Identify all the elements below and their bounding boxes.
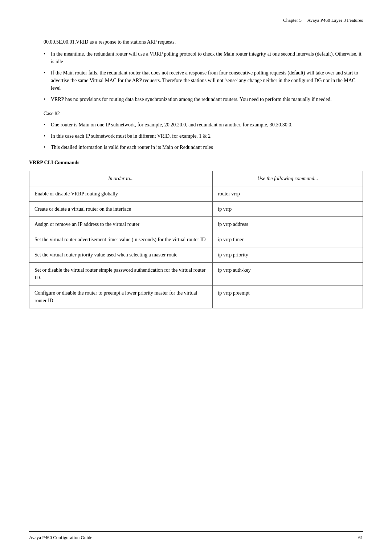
section-heading: VRRP CLI Commands <box>29 160 363 166</box>
table-row-6-command: ip vrrp preempt <box>213 285 363 308</box>
chapter-label: Chapter 5 <box>283 17 302 23</box>
case2-bullet-3: This detailed information is valid for e… <box>44 143 363 151</box>
intro-bullet-2: If the Main router fails, the redundant … <box>44 69 363 92</box>
table-row-5-description: Set or disable the virtual router simple… <box>29 263 213 285</box>
table-row-2-description: Assign or remove an IP address to the vi… <box>29 217 213 232</box>
case2-bullet-1: One router is Main on one IP subnetwork,… <box>44 121 363 129</box>
table-header-row: In order to... Use the following command… <box>29 171 363 186</box>
table-row-3-command: ip vrrp timer <box>213 232 363 247</box>
table-row: Set the virtual router priority value us… <box>29 247 363 263</box>
table-row-5-command: ip vrrp auth-key <box>213 263 363 285</box>
header-chapter-title: Chapter 5 Avaya P460 Layer 3 Features <box>283 17 363 23</box>
page: Chapter 5 Avaya P460 Layer 3 Features 00… <box>0 0 392 555</box>
case2-bullet-list: One router is Main on one IP subnetwork,… <box>29 121 363 151</box>
chapter-title: Avaya P460 Layer 3 Features <box>307 17 363 23</box>
table-row-1-command: ip vrrp <box>213 202 363 217</box>
table-row-1-description: Create or delete a virtual router on the… <box>29 202 213 217</box>
table-row: Set or disable the virtual router simple… <box>29 263 363 285</box>
table-row-3-description: Set the virtual router advertisement tim… <box>29 232 213 247</box>
cli-commands-table: In order to... Use the following command… <box>29 171 363 308</box>
col2-header: Use the following command... <box>213 171 363 186</box>
case2-label: Case #2 <box>44 110 363 117</box>
table-row: Assign or remove an IP address to the vi… <box>29 217 363 232</box>
intro-first-line: 00.00.5E.00.01.VRID as a response to the… <box>29 38 363 46</box>
footer-right: 61 <box>358 535 363 540</box>
table-row-2-command: ip vrrp address <box>213 217 363 232</box>
intro-bullet-3: VRRP has no provisions for routing data … <box>44 96 363 103</box>
page-header: Chapter 5 Avaya P460 Layer 3 Features <box>0 0 392 27</box>
case2-bullet-2: In this case each IP subnetwork must be … <box>44 132 363 140</box>
table-row: Create or delete a virtual router on the… <box>29 202 363 217</box>
intro-bullet-1: In the meantime, the redundant router wi… <box>44 50 363 65</box>
table-row: Set the virtual router advertisement tim… <box>29 232 363 247</box>
main-content: 00.00.5E.00.01.VRID as a response to the… <box>0 35 392 330</box>
page-footer: Avaya P460 Configuration Guide 61 <box>29 531 363 540</box>
table-row: Configure or disable the router to preem… <box>29 285 363 308</box>
footer-left: Avaya P460 Configuration Guide <box>29 535 92 540</box>
table-row-0-description: Enable or disable VRRP routing globally <box>29 186 213 202</box>
table-row-4-command: ip vrrp priority <box>213 247 363 263</box>
col1-header: In order to... <box>29 171 213 186</box>
table-row: Enable or disable VRRP routing globallyr… <box>29 186 363 202</box>
intro-bullet-list: In the meantime, the redundant router wi… <box>29 50 363 103</box>
table-row-6-description: Configure or disable the router to preem… <box>29 285 213 308</box>
table-row-0-command: router vrrp <box>213 186 363 202</box>
table-row-4-description: Set the virtual router priority value us… <box>29 247 213 263</box>
